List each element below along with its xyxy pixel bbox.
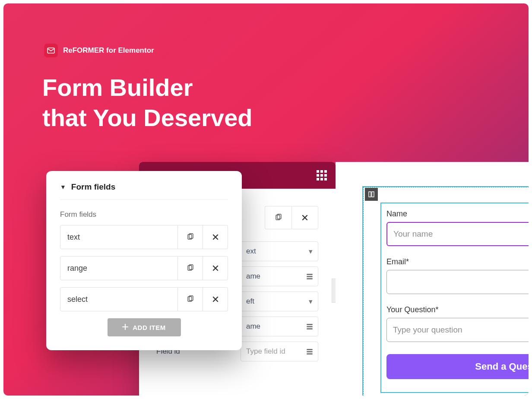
question-placeholder: Type your question xyxy=(393,325,462,335)
question-input-preview[interactable]: Type your question xyxy=(386,318,529,342)
field-id-input[interactable]: Type field id xyxy=(241,342,318,361)
duplicate-button[interactable] xyxy=(178,287,203,311)
form-fields-card: ▼ Form fields Form fields text range sel… xyxy=(46,171,242,350)
hero-title-line2: that You Deserved xyxy=(42,103,253,133)
apps-grid-icon[interactable] xyxy=(317,170,327,180)
field-item[interactable]: text xyxy=(60,225,228,249)
brand: ReFORMER for Elementor xyxy=(44,44,154,57)
type-select[interactable]: ext ▾ xyxy=(241,241,318,261)
field-label-question: Your Question* xyxy=(386,305,529,314)
remove-button[interactable] xyxy=(291,206,318,229)
duplicate-button[interactable] xyxy=(178,225,203,249)
remove-button[interactable] xyxy=(203,287,228,311)
chevron-down-icon: ▼ xyxy=(60,184,66,190)
hero-title: Form Builder that You Deserved xyxy=(42,73,253,133)
hero-title-line1: Form Builder xyxy=(42,73,253,103)
field-item-label: text xyxy=(60,225,178,249)
field-item[interactable]: range xyxy=(60,256,228,280)
name-input-preview[interactable]: Your name xyxy=(386,222,529,246)
chevron-down-icon: ▾ xyxy=(309,247,313,256)
field-label-email: Email* xyxy=(386,257,529,266)
field-id-placeholder: Type field id xyxy=(246,347,285,356)
submit-label: Send a Ques xyxy=(475,361,529,372)
label-input-value: ame xyxy=(246,322,260,331)
duplicate-button[interactable] xyxy=(265,206,291,229)
name-placeholder: Your name xyxy=(393,229,433,239)
database-icon xyxy=(307,349,313,355)
card-header[interactable]: ▼ Form fields xyxy=(60,182,228,200)
remove-button[interactable] xyxy=(203,225,228,249)
chevron-down-icon: ▾ xyxy=(309,297,313,306)
brand-name: ReFORMER for Elementor xyxy=(63,46,154,55)
label-input[interactable]: ame xyxy=(241,317,318,336)
email-input-preview[interactable] xyxy=(386,270,529,294)
svg-rect-4 xyxy=(372,192,374,197)
align-select-value: eft xyxy=(246,297,254,306)
type-select-value: ext xyxy=(246,247,256,256)
form-widget[interactable]: Name Your name Email* Your Question* Typ… xyxy=(380,203,529,393)
widget-drag-handle[interactable] xyxy=(365,188,378,201)
card-subtitle: Form fields xyxy=(60,210,228,219)
database-icon xyxy=(307,274,313,279)
form-preview-canvas: Name Your name Email* Your Question* Typ… xyxy=(336,162,529,396)
field-item-label: select xyxy=(60,287,178,311)
hero-banner: ReFORMER for Elementor Form Builder that… xyxy=(3,3,529,396)
card-heading: Form fields xyxy=(71,182,115,192)
name-input[interactable]: ame xyxy=(241,266,318,286)
name-input-value: ame xyxy=(246,272,260,281)
field-label-name: Name xyxy=(386,209,529,218)
add-item-label: ADD ITEM xyxy=(133,324,166,331)
add-item-button[interactable]: ADD ITEM xyxy=(108,318,181,336)
svg-rect-0 xyxy=(48,48,54,53)
field-item[interactable]: select xyxy=(60,287,228,311)
remove-button[interactable] xyxy=(203,256,228,280)
submit-button[interactable]: Send a Ques xyxy=(386,354,529,379)
duplicate-button[interactable] xyxy=(178,256,203,280)
database-icon xyxy=(307,324,313,329)
field-item-label: range xyxy=(60,256,178,280)
plus-icon xyxy=(122,324,128,331)
svg-rect-3 xyxy=(369,192,371,197)
align-select[interactable]: eft ▾ xyxy=(241,291,318,311)
mail-icon xyxy=(44,44,58,57)
